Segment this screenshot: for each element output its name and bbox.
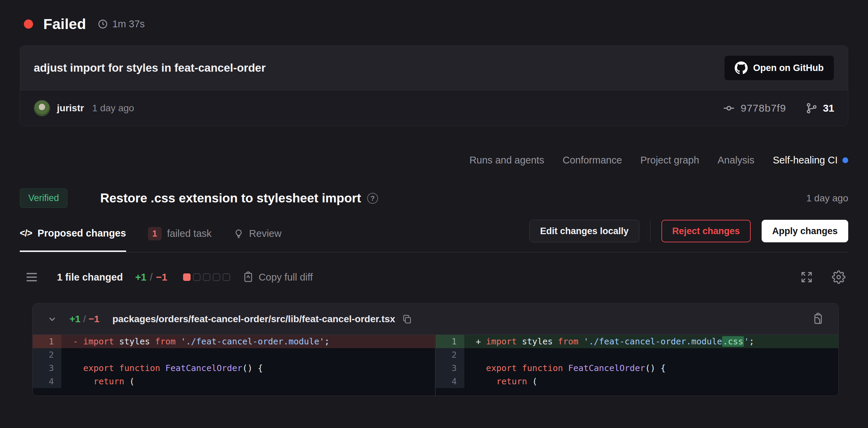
code-line-added[interactable]: 1 + import styles from './feat-cancel-or… bbox=[436, 335, 839, 348]
diff-file-header: +1 / −1 packages/orders/feat-cancel-orde… bbox=[33, 303, 838, 335]
branch-count-group[interactable]: 31 bbox=[805, 102, 834, 114]
code-line[interactable]: 3 export function FeatCancelOrder() { bbox=[436, 361, 839, 375]
code-text bbox=[61, 348, 435, 361]
line-number: 3 bbox=[436, 361, 464, 375]
code-line[interactable]: 4 return ( bbox=[33, 375, 435, 388]
nav-analysis[interactable]: Analysis bbox=[718, 155, 754, 166]
nav-label: Runs and agents bbox=[469, 155, 544, 166]
fullscreen-icon[interactable] bbox=[800, 271, 813, 283]
code-icon: </> bbox=[20, 228, 32, 239]
tab-label: Review bbox=[249, 228, 282, 239]
tab-label: failed task bbox=[167, 228, 212, 239]
file-additions: +1 bbox=[70, 314, 80, 325]
diff-ratio-squares bbox=[183, 273, 230, 281]
code-line-deleted[interactable]: 1 - import styles from './feat-cancel-or… bbox=[33, 335, 435, 348]
lightbulb-icon bbox=[234, 229, 244, 239]
code-text: export function FeatCancelOrder() { bbox=[61, 361, 435, 375]
code-text bbox=[464, 348, 839, 361]
code-line[interactable]: 2 bbox=[436, 348, 839, 361]
top-nav: Runs and agents Conformance Project grap… bbox=[0, 126, 868, 166]
nav-project-graph[interactable]: Project graph bbox=[640, 155, 699, 166]
page: Failed 1m 37s adjust import for styles i… bbox=[0, 0, 868, 428]
failed-count-badge: 1 bbox=[148, 227, 162, 240]
clock-icon bbox=[98, 19, 108, 29]
failed-status-icon bbox=[24, 19, 33, 29]
chevron-down-icon[interactable] bbox=[47, 314, 57, 324]
code-line[interactable]: 4 return ( bbox=[436, 375, 839, 388]
tabs-row: </> Proposed changes 1 failed task Revie… bbox=[20, 218, 848, 253]
additions-count: +1 bbox=[135, 272, 146, 283]
ratio-square bbox=[203, 273, 210, 281]
nav-conformance[interactable]: Conformance bbox=[563, 155, 622, 166]
nav-self-healing-ci[interactable]: Self-healing CI bbox=[773, 155, 848, 166]
commit-card-top: adjust import for styles in feat-cancel-… bbox=[20, 46, 848, 90]
code-line[interactable]: 3 export function FeatCancelOrder() { bbox=[33, 361, 435, 375]
diff-old-side: 1 - import styles from './feat-cancel-or… bbox=[33, 335, 436, 396]
settings-gear-icon[interactable] bbox=[832, 270, 845, 284]
github-icon bbox=[735, 61, 748, 74]
clipboard-icon bbox=[242, 271, 254, 283]
line-number: 1 bbox=[436, 335, 464, 348]
commit-card-bottom: juristr 1 day ago 9778b7f9 31 bbox=[20, 90, 848, 126]
author-name[interactable]: juristr bbox=[57, 103, 84, 114]
commit-card: adjust import for styles in feat-cancel-… bbox=[20, 45, 848, 126]
code-text: + import styles from './feat-cancel-orde… bbox=[464, 335, 839, 348]
code-line[interactable]: 2 bbox=[33, 348, 435, 361]
git-branch-icon bbox=[805, 102, 818, 114]
commit-hash-group[interactable]: 9778b7f9 bbox=[723, 102, 786, 114]
tab-review[interactable]: Review bbox=[234, 219, 282, 251]
commit-icon bbox=[723, 102, 735, 114]
ratio-square bbox=[213, 273, 220, 281]
code-text: - import styles from './feat-cancel-orde… bbox=[61, 335, 435, 348]
ratio-square-filled bbox=[183, 273, 191, 281]
nav-label: Self-healing CI bbox=[773, 155, 838, 166]
file-stats-separator: / bbox=[83, 314, 86, 325]
open-on-github-button[interactable]: Open on GitHub bbox=[724, 55, 834, 81]
fix-header: Verified Restore .css extension to style… bbox=[0, 166, 868, 208]
verified-badge: Verified bbox=[20, 188, 68, 208]
stats-separator: / bbox=[150, 272, 152, 283]
tab-proposed-changes[interactable]: </> Proposed changes bbox=[20, 219, 126, 252]
author-group: juristr 1 day ago bbox=[34, 100, 134, 116]
edit-changes-locally-button[interactable]: Edit changes locally bbox=[529, 220, 639, 242]
code-text: return ( bbox=[61, 375, 435, 388]
diff-toolbar-right bbox=[800, 270, 845, 284]
github-button-label: Open on GitHub bbox=[753, 63, 824, 73]
diff-body: 1 - import styles from './feat-cancel-or… bbox=[33, 335, 838, 396]
copy-full-diff-button[interactable]: Copy full diff bbox=[242, 271, 313, 283]
avatar[interactable] bbox=[34, 100, 50, 116]
duration: 1m 37s bbox=[98, 18, 145, 30]
file-path: packages/orders/feat-cancel-order/src/li… bbox=[113, 314, 395, 325]
code-text: export function FeatCancelOrder() { bbox=[464, 361, 839, 375]
nav-runs-and-agents[interactable]: Runs and agents bbox=[469, 155, 544, 166]
tab-failed-task[interactable]: 1 failed task bbox=[148, 218, 212, 252]
ratio-square bbox=[223, 273, 230, 281]
nav-label: Conformance bbox=[563, 155, 622, 166]
button-divider bbox=[650, 220, 650, 242]
fix-title: Restore .css extension to stylesheet imp… bbox=[100, 191, 361, 205]
tab-label: Proposed changes bbox=[38, 228, 126, 239]
commit-title: adjust import for styles in feat-cancel-… bbox=[34, 61, 266, 74]
line-number: 1 bbox=[33, 335, 61, 348]
status-label: Failed bbox=[43, 16, 86, 32]
copy-path-icon[interactable] bbox=[402, 314, 412, 324]
menu-icon[interactable] bbox=[26, 272, 38, 282]
help-icon[interactable]: ? bbox=[367, 193, 378, 204]
line-number: 4 bbox=[33, 375, 61, 388]
line-number: 3 bbox=[33, 361, 61, 375]
file-deletions: −1 bbox=[89, 314, 100, 325]
diff-toolbar: 1 file changed +1 / −1 Copy full diff bbox=[26, 270, 845, 284]
line-number: 2 bbox=[436, 348, 464, 361]
reject-changes-button[interactable]: Reject changes bbox=[661, 220, 751, 242]
copy-file-diff-icon[interactable] bbox=[811, 313, 824, 326]
code-text: return ( bbox=[464, 375, 839, 388]
action-buttons: Edit changes locally Reject changes Appl… bbox=[529, 220, 848, 252]
commit-meta: 9778b7f9 31 bbox=[723, 102, 834, 114]
apply-changes-button[interactable]: Apply changes bbox=[762, 220, 848, 242]
nav-label: Project graph bbox=[640, 155, 699, 166]
commit-time: 1 day ago bbox=[92, 103, 134, 114]
copy-full-diff-label: Copy full diff bbox=[259, 272, 313, 283]
branch-count: 31 bbox=[823, 102, 834, 114]
file-diff-stats: +1 / −1 bbox=[70, 314, 100, 325]
duration-text: 1m 37s bbox=[112, 18, 145, 30]
